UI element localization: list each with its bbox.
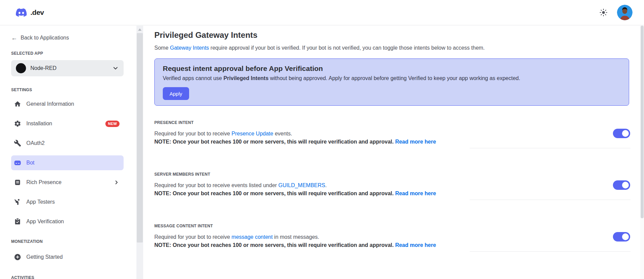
- sidebar-scrollbar[interactable]: [136, 26, 143, 279]
- sidebar-item-label: OAuth2: [26, 140, 45, 146]
- top-bar: .dev: [0, 0, 644, 25]
- intent-desc-prefix: Required for your bot to receive events …: [154, 182, 278, 188]
- sun-icon: [599, 8, 608, 17]
- intent-note: NOTE: Once your bot reaches 100 or more …: [154, 138, 630, 146]
- home-icon: [14, 100, 22, 108]
- back-link-label: Back to Applications: [21, 34, 69, 42]
- intent-note-text: NOTE: Once your bot reaches 100 or more …: [154, 242, 395, 248]
- read-more-link[interactable]: Read more here: [395, 191, 436, 196]
- banner-body: Verified apps cannot use Privileged Inte…: [163, 75, 621, 82]
- bot-icon: [14, 159, 22, 167]
- activities-heading: ACTIVITIES: [11, 275, 124, 279]
- message-content-link[interactable]: message content: [232, 234, 273, 240]
- intent-description: Required for your bot to receive events …: [154, 181, 630, 189]
- sidebar-item-app-testers[interactable]: App Testers: [11, 195, 124, 209]
- sidebar: ← Back to Applications SELECTED APP Node…: [0, 26, 136, 279]
- rich-presence-icon: [14, 178, 22, 186]
- banner-body-prefix: Verified apps cannot use: [163, 75, 224, 81]
- guild-members-link[interactable]: GUILD_MEMBERS: [278, 182, 325, 188]
- page-scrollbar-thumb[interactable]: [641, 26, 644, 218]
- toggle-knob: [622, 182, 629, 188]
- top-bar-actions: [599, 5, 633, 20]
- presence-intent-section: PRESENCE INTENT Required for your bot to…: [154, 120, 635, 148]
- scroll-up-arrow-icon[interactable]: [138, 28, 141, 31]
- message-content-intent-toggle[interactable]: [613, 232, 630, 242]
- presence-intent-toggle[interactable]: [613, 129, 630, 138]
- intents-list: PRESENCE INTENT Required for your bot to…: [154, 120, 635, 252]
- gateway-intents-link[interactable]: Gateway Intents: [170, 45, 209, 51]
- sidebar-item-label: App Testers: [26, 199, 55, 205]
- sidebar-item-getting-started[interactable]: Getting Started: [11, 250, 124, 264]
- intent-desc-suffix: events.: [273, 131, 292, 136]
- divider: [470, 251, 630, 252]
- back-arrow-icon: ←: [11, 35, 17, 41]
- user-avatar[interactable]: [617, 5, 633, 20]
- intro-paragraph: Some Gateway Intents require approval if…: [154, 44, 635, 52]
- sidebar-item-general-information[interactable]: General Information: [11, 97, 124, 111]
- intent-description: Required for your bot to receive Presenc…: [154, 130, 630, 138]
- page-scrollbar[interactable]: [640, 26, 644, 279]
- intro-suffix: require approval if your bot is verified…: [209, 45, 485, 51]
- monetization-heading: MONETIZATION: [11, 239, 124, 244]
- intent-description: Required for your bot to receive message…: [154, 233, 630, 241]
- apply-button[interactable]: Apply: [163, 87, 189, 100]
- banner-body-bold: Privileged Intents: [224, 75, 268, 81]
- avatar-image: [617, 5, 633, 20]
- app-name: Node-RED: [30, 65, 56, 71]
- intro-prefix: Some: [154, 45, 170, 51]
- server-members-intent-toggle[interactable]: [613, 180, 630, 190]
- back-to-applications-link[interactable]: ← Back to Applications: [11, 34, 124, 42]
- app-avatar: [16, 63, 26, 73]
- discord-developer-portal: .dev: [0, 0, 644, 279]
- divider: [470, 148, 630, 148]
- intent-label: PRESENCE INTENT: [154, 120, 630, 125]
- sidebar-item-label: App Verification: [26, 219, 64, 225]
- sidebar-item-rich-presence[interactable]: Rich Presence: [11, 175, 124, 190]
- settings-nav: General Information Installation NEW OAu…: [11, 97, 124, 229]
- sidebar-item-label: Bot: [26, 160, 34, 166]
- wrench-icon: [14, 139, 22, 147]
- intent-desc-suffix: .: [325, 182, 327, 188]
- sidebar-item-app-verification[interactable]: App Verification: [11, 214, 124, 229]
- toggle-knob: [622, 233, 629, 240]
- read-more-link[interactable]: Read more here: [395, 139, 436, 145]
- monetization-nav: Getting Started: [11, 250, 124, 264]
- server-members-intent-section: SERVER MEMBERS INTENT Required for your …: [154, 172, 635, 200]
- chevron-down-icon: [112, 65, 119, 72]
- theme-toggle-button[interactable]: [599, 8, 608, 17]
- intent-label: SERVER MEMBERS INTENT: [154, 172, 630, 177]
- sidebar-item-bot[interactable]: Bot: [11, 155, 124, 170]
- discord-dev-logo[interactable]: .dev: [14, 7, 44, 18]
- sidebar-item-installation[interactable]: Installation NEW: [11, 116, 124, 131]
- sidebar-item-label: Installation: [26, 121, 52, 127]
- app-selector[interactable]: Node-RED: [11, 60, 124, 76]
- presence-update-link[interactable]: Presence Update: [232, 131, 274, 136]
- divider: [470, 200, 630, 200]
- plus-circle-icon: [14, 253, 22, 261]
- intent-desc-suffix: in most messages.: [273, 234, 319, 240]
- sidebar-item-oauth2[interactable]: OAuth2: [11, 136, 124, 151]
- sidebar-item-label: Rich Presence: [26, 179, 61, 185]
- banner-title: Request intent approval before App Verif…: [163, 64, 621, 73]
- selected-app-heading: SELECTED APP: [11, 51, 124, 56]
- gear-icon: [14, 120, 22, 128]
- intent-note-text: NOTE: Once your bot reaches 100 or more …: [154, 139, 395, 145]
- sidebar-item-label: Getting Started: [26, 254, 63, 260]
- settings-heading: SETTINGS: [11, 87, 124, 93]
- toggle-knob: [622, 130, 629, 137]
- intent-approval-banner: Request intent approval before App Verif…: [154, 58, 629, 106]
- page-title: Privileged Gateway Intents: [154, 30, 635, 40]
- sidebar-scrollbar-thumb[interactable]: [137, 33, 143, 243]
- chevron-right-icon: [113, 179, 120, 185]
- banner-body-suffix: without being approved. Apply for approv…: [268, 75, 520, 81]
- intent-note: NOTE: Once your bot reaches 100 or more …: [154, 189, 630, 198]
- read-more-link[interactable]: Read more here: [395, 242, 436, 248]
- sidebar-item-label: General Information: [26, 101, 74, 107]
- new-badge: NEW: [105, 121, 120, 127]
- logo-text: .dev: [30, 8, 44, 17]
- app-testers-icon: [14, 198, 22, 206]
- intent-note-text: NOTE: Once your bot reaches 100 or more …: [154, 191, 395, 196]
- intent-label: MESSAGE CONTENT INTENT: [154, 224, 630, 229]
- intent-desc-prefix: Required for your bot to receive: [154, 234, 232, 240]
- main-content: Privileged Gateway Intents Some Gateway …: [143, 26, 639, 279]
